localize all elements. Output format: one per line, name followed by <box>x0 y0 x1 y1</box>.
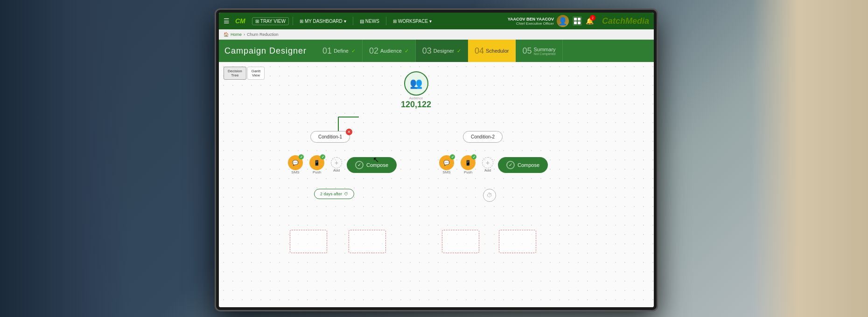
steps-tabs: 01 Define ✓ 02 Audience ✓ 03 Designer ✓ … <box>316 40 654 62</box>
sms-channel-right: 💬 ✓ SMS <box>439 155 454 174</box>
campaign-title: Campaign Designer <box>224 46 307 56</box>
timer-icon-right: ⏱ <box>487 192 492 199</box>
step-number-4: 04 <box>475 46 484 56</box>
timer-label-left: 2 days after <box>320 192 342 196</box>
main-canvas: DecisionTree GanttView <box>219 62 654 307</box>
right-channel-row: 💬 ✓ SMS 📱 ✓ Push <box>439 155 548 174</box>
screen-content: ☰ CM ⊞ TRAY VIEW ⊞ MY DASHBOARD ▾ ▤ NEWS… <box>219 13 654 307</box>
add-label-right: Add <box>484 168 491 172</box>
push-check-right: ✓ <box>471 154 476 159</box>
tray-view-button[interactable]: ⊞ TRAY VIEW <box>252 17 289 25</box>
logo: CM <box>235 17 245 25</box>
nav-divider-3 <box>386 17 386 25</box>
steps-header: Campaign Designer 01 Define ✓ 02 Audienc… <box>219 40 654 62</box>
audience-node[interactable]: 👥 Audience 120,122 <box>401 71 431 110</box>
add-channel-btn-left[interactable]: + <box>331 157 342 168</box>
sms-icon-left[interactable]: 💬 ✓ <box>288 155 303 170</box>
person-right-silhouette <box>751 0 868 317</box>
push-channel-left: 📱 ✓ Push <box>309 155 324 174</box>
avatar: 👤 <box>557 15 569 27</box>
push-check-left: ✓ <box>320 154 325 159</box>
dashed-box-right-1 <box>442 230 479 253</box>
sms-icon-right[interactable]: 💬 ✓ <box>439 155 454 170</box>
step-check-3: ✓ <box>457 48 461 54</box>
workspace-button[interactable]: ⊞ WORKSPACE ▾ <box>390 18 434 25</box>
sms-check-left: ✓ <box>299 154 304 159</box>
catchmedia-brand: CatchMedia <box>602 16 649 26</box>
home-icon: 🏠 <box>224 32 229 37</box>
grid-menu-icon[interactable] <box>573 16 582 26</box>
condition1-delete-badge[interactable]: ✕ <box>346 129 352 135</box>
news-button[interactable]: ▤ NEWS <box>357 18 382 25</box>
tab-define[interactable]: 01 Define ✓ <box>316 40 363 62</box>
compose-check-left: ✓ <box>355 161 364 169</box>
tab-summary[interactable]: 05 Summary Not Completed <box>516 40 562 62</box>
condition1-node[interactable]: ✕ Condition-1 <box>310 131 350 143</box>
user-info: YAACOV BEN YAACOV Chief Executive Office… <box>508 15 569 27</box>
user-name: YAACOV BEN YAACOV <box>508 17 554 21</box>
condition2-node[interactable]: Condition-2 <box>463 131 503 143</box>
tab-schedulor[interactable]: 04 Schedulor <box>468 40 516 62</box>
add-channel-left: + Add <box>331 157 342 172</box>
step-label-3: Designer <box>434 48 454 54</box>
tray-view-label: TRAY VIEW <box>260 19 286 24</box>
breadcrumb-home[interactable]: Home <box>231 32 242 37</box>
timer-node-left[interactable]: 2 days after ⏱ <box>314 189 354 199</box>
step-number-2: 02 <box>369 46 378 56</box>
dashed-box-left-2 <box>349 230 386 253</box>
step-number-5: 05 <box>522 46 532 56</box>
step-sub-5: Not Completed <box>534 52 556 55</box>
compose-btn-left[interactable]: ✓ Compose <box>347 157 397 173</box>
workspace-icon: ⊞ <box>393 19 397 24</box>
push-label-left: Push <box>313 170 321 174</box>
news-icon: ▤ <box>360 19 364 24</box>
dashboard-chevron: ▾ <box>344 19 346 24</box>
step-number-3: 03 <box>422 46 432 56</box>
step-label-5: Summary <box>534 47 556 52</box>
add-channel-btn-right[interactable]: + <box>482 157 493 168</box>
push-label-right: Push <box>464 170 472 174</box>
dashboard-label: MY DASHBOARD <box>305 19 343 24</box>
timer-node-right[interactable]: ⏱ <box>483 189 496 202</box>
person-left-silhouette <box>0 0 131 317</box>
user-title: Chief Executive Officer <box>508 21 554 26</box>
flow-canvas[interactable]: DecisionTree GanttView <box>219 62 654 307</box>
compose-label-left: Compose <box>366 162 388 168</box>
breadcrumb-separator: › <box>244 32 245 37</box>
nav-bar: ☰ CM ⊞ TRAY VIEW ⊞ MY DASHBOARD ▾ ▤ NEWS… <box>219 13 654 29</box>
sms-channel-left: 💬 ✓ SMS <box>288 155 303 174</box>
audience-icon: 👥 <box>410 77 422 90</box>
sms-label-left: SMS <box>291 170 299 174</box>
compose-check-right: ✓ <box>506 161 515 169</box>
step-label-4: Schedulor <box>486 48 509 54</box>
push-icon-right[interactable]: 📱 ✓ <box>461 155 476 170</box>
tab-designer[interactable]: 03 Designer ✓ <box>416 40 468 62</box>
news-label: NEWS <box>365 19 379 24</box>
gantt-view-btn[interactable]: GanttView <box>247 67 265 80</box>
compose-btn-right[interactable]: ✓ Compose <box>498 157 548 173</box>
left-channel-row: 💬 ✓ SMS 📱 ✓ Push <box>288 155 397 174</box>
dashboard-button[interactable]: ⊞ MY DASHBOARD ▾ <box>297 18 349 25</box>
breadcrumb: 🏠 Home › Churn Reduction <box>219 29 654 40</box>
tab-audience[interactable]: 02 Audience ✓ <box>363 40 416 62</box>
sms-check-right: ✓ <box>450 154 455 159</box>
breadcrumb-section: Churn Reduction <box>247 32 279 37</box>
dashboard-icon: ⊞ <box>300 19 303 24</box>
audience-circle: 👥 <box>404 71 428 96</box>
workspace-label: WORKSPACE <box>398 19 428 24</box>
decision-tree-btn[interactable]: DecisionTree <box>224 67 246 80</box>
workspace-chevron: ▾ <box>429 19 432 24</box>
laptop-screen: ☰ CM ⊞ TRAY VIEW ⊞ MY DASHBOARD ▾ ▤ NEWS… <box>215 8 658 311</box>
sms-label-right: SMS <box>442 170 450 174</box>
push-icon-left[interactable]: 📱 ✓ <box>309 155 324 170</box>
step-number-1: 01 <box>322 46 332 56</box>
menu-icon[interactable]: ☰ <box>224 17 230 25</box>
nav-divider-1 <box>293 17 293 25</box>
timer-icon-left: ⏱ <box>344 192 348 196</box>
step-label-1: Define <box>334 48 349 54</box>
compose-label-right: Compose <box>518 162 539 168</box>
notification-button[interactable]: 🔔 2 <box>586 17 594 25</box>
step-label-2: Audience <box>380 48 402 54</box>
step-check-2: ✓ <box>405 48 409 54</box>
condition2-label: Condition-2 <box>471 134 495 139</box>
